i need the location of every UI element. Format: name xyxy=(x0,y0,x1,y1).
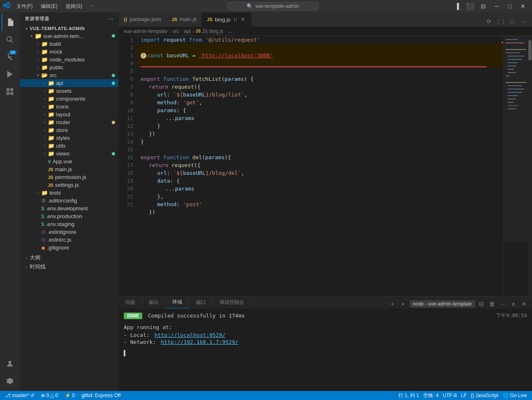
maximize-panel-btn[interactable]: ∧ xyxy=(509,299,518,308)
errors-status[interactable]: ⊗ 0 △ 0 xyxy=(39,391,59,400)
tree-item-mainjs[interactable]: › JS main.js xyxy=(20,165,118,173)
code-line-18: ...params xyxy=(137,185,503,193)
extensions-activity-btn[interactable] xyxy=(2,83,18,100)
breadcrumb-part[interactable]: vue-admin-template xyxy=(124,28,167,34)
editor-scrollbar[interactable] xyxy=(528,36,532,296)
tree-item-timeline[interactable]: › 时间线 xyxy=(20,262,118,271)
tree-item-styles[interactable]: › 📁 styles xyxy=(20,134,118,142)
tree-item-settingsjs[interactable]: › JS settings.js xyxy=(20,181,118,189)
ports-tab[interactable]: 端口 xyxy=(189,296,213,308)
editor-area: {} package.json JS main.js JS blog.js U … xyxy=(119,12,532,391)
tree-item-components[interactable]: › 📁 components xyxy=(20,95,118,103)
tree-item-src[interactable]: ▾ 📂 src xyxy=(20,71,118,79)
close-btn[interactable]: ✕ xyxy=(517,2,529,11)
tab-packagejson[interactable]: {} package.json xyxy=(119,12,167,26)
code-content[interactable]: import request from '@/utils/request' !c… xyxy=(137,36,503,296)
select-menu[interactable]: 选择(S) xyxy=(62,2,85,11)
titlebar-search-text[interactable]: vue-template-admin xyxy=(255,3,299,9)
terminal-dropdown-btn[interactable]: ▾ xyxy=(399,299,408,308)
settings-activity-btn[interactable] xyxy=(2,373,18,389)
editor-layout-btn[interactable]: ⋮⋮ xyxy=(496,16,506,26)
githd-status[interactable]: githd: Express Off xyxy=(80,391,122,400)
breadcrumb-part[interactable]: api xyxy=(184,28,191,34)
tree-item-api[interactable]: › 📁 api xyxy=(20,79,118,87)
tree-item-vueadmintem[interactable]: ▾ 📁 vue-admin-tem... xyxy=(20,32,118,40)
tree-item-appvue[interactable]: › V App.vue xyxy=(20,158,118,165)
tree-item-eslintignore[interactable]: › ⊙ .eslintignore xyxy=(20,228,118,236)
tree-item-utils[interactable]: › 📁 utils xyxy=(20,142,118,150)
tab-mainjs[interactable]: JS main.js xyxy=(167,12,202,26)
breadcrumb-toggle-btn[interactable]: □ xyxy=(507,16,517,26)
breadcrumb-part[interactable]: src xyxy=(172,28,179,34)
run-activity-btn[interactable] xyxy=(2,66,18,82)
explorer-activity-btn[interactable] xyxy=(2,14,18,31)
tree-item-gitignore[interactable]: › ◆ .gitignore xyxy=(20,244,118,252)
tree-item-envdevelopment[interactable]: › $ .env.development xyxy=(20,205,118,212)
more-actions-btn[interactable]: ··· xyxy=(519,16,529,26)
breadcrumb-file[interactable]: JS JS blog.js xyxy=(195,28,223,34)
tree-arrow: › xyxy=(41,136,48,140)
breadcrumb-part[interactable]: ... xyxy=(228,28,232,34)
tab-close-btn[interactable]: ✕ xyxy=(240,16,246,23)
local-url[interactable]: http://localhost:9529/ xyxy=(154,332,225,338)
tree-item-assets[interactable]: › 📁 assets xyxy=(20,87,118,95)
scrollbar-thumb[interactable] xyxy=(528,40,532,61)
more-menu[interactable]: ··· xyxy=(87,2,98,11)
tree-item-outline[interactable]: › 大纲 xyxy=(20,253,118,262)
language-mode-status[interactable]: {} JavaScript xyxy=(469,391,500,400)
problems-tab[interactable]: 问题 xyxy=(119,296,142,308)
minimize-btn[interactable]: ─ xyxy=(491,2,502,11)
golive-status[interactable]: 🌐 Go Live xyxy=(501,391,529,400)
sidebar-toggle-btn[interactable]: ▐ xyxy=(451,2,463,11)
tree-item-build[interactable]: › 📁 build xyxy=(20,40,118,48)
eol-status[interactable]: LF xyxy=(459,391,468,400)
code-line-13 xyxy=(137,146,503,153)
tab-blogjs[interactable]: JS blog.js U ✕ xyxy=(202,12,252,26)
split-terminal-btn[interactable]: ⊟ xyxy=(477,299,486,308)
tree-item-layout[interactable]: › 📁 layout xyxy=(20,111,118,118)
tree-item-store[interactable]: › 📁 store xyxy=(20,126,118,134)
edit-menu[interactable]: 编辑(E) xyxy=(38,2,61,11)
tree-item-router[interactable]: › 📁 router xyxy=(20,118,118,126)
tree-item-icons[interactable]: › 📁 icons xyxy=(20,103,118,111)
output-tab[interactable]: 输出 xyxy=(142,296,166,308)
tree-item-tests[interactable]: › 📁 tests xyxy=(20,189,118,197)
cursor-position-status[interactable]: 行 1, 列 1 xyxy=(397,391,421,400)
terminal-tab[interactable]: 终端 xyxy=(166,296,189,308)
code-editor[interactable]: 12345 678910 1112131415 1617181920 2122 … xyxy=(119,36,528,296)
network-url[interactable]: http://192.168.1.7:9529/ xyxy=(161,339,238,345)
tree-item-mock[interactable]: › 📁 mock xyxy=(20,48,118,56)
tree-item-permissionjs[interactable]: › JS permission.js xyxy=(20,173,118,181)
tree-item-public[interactable]: › 📁 public xyxy=(20,64,118,71)
breadcrumb: vue-admin-template › src › api › JS JS b… xyxy=(119,27,532,36)
debug-console-tab[interactable]: 调试控制台 xyxy=(213,296,251,308)
tree-item-vuetemplate[interactable]: ▾ VUE-TEMPLATE-ADMIN xyxy=(20,25,118,32)
split-editor-btn[interactable]: ⟳ xyxy=(484,16,494,26)
file-menu[interactable]: 文件(F) xyxy=(13,2,36,11)
panel-toggle-btn[interactable]: ⊟ xyxy=(478,2,489,11)
maximize-btn[interactable]: □ xyxy=(504,2,516,11)
account-activity-btn[interactable] xyxy=(2,355,18,372)
tree-item-nodemodules[interactable]: › 📁 node_modules xyxy=(20,56,118,64)
add-terminal-btn[interactable]: + xyxy=(388,299,397,308)
tree-item-eslintrcjs[interactable]: › ⊙ .eslintrc.js xyxy=(20,236,118,244)
git-branch-status[interactable]: ⎇ master* ↺ xyxy=(3,391,36,400)
sidebar-more-btn[interactable]: ··· xyxy=(108,16,113,21)
editor-layout-btn[interactable]: ⬛ xyxy=(464,2,476,11)
git-modified-dot xyxy=(112,82,115,85)
tree-item-envstaging[interactable]: › $ .env.staging xyxy=(20,220,118,228)
code-line-5: return request({ xyxy=(137,83,503,91)
close-panel-btn[interactable]: ✕ xyxy=(520,299,529,308)
terminal-content[interactable]: DONE Compiled successfully in 174ms 下午9:… xyxy=(119,309,532,391)
tree-item-envproduction[interactable]: › $ .env.production xyxy=(20,212,118,220)
search-activity-btn[interactable] xyxy=(2,31,18,48)
tree-item-editorconfig[interactable]: › ⚙ .editorconfig xyxy=(20,197,118,205)
tree-item-views[interactable]: › 📁 views xyxy=(20,150,118,158)
kill-terminal-btn[interactable]: 🗑 xyxy=(487,299,497,308)
indent-status[interactable]: 空格: 4 xyxy=(421,391,440,400)
scm-activity-btn[interactable]: 20 xyxy=(2,49,18,65)
folder-icon: 📁 xyxy=(41,64,48,71)
encoding-status[interactable]: UTF-8 xyxy=(441,391,459,400)
notification-status[interactable]: ⚡ 0 xyxy=(63,391,77,400)
more-panel-btn[interactable]: ··· xyxy=(498,299,507,308)
